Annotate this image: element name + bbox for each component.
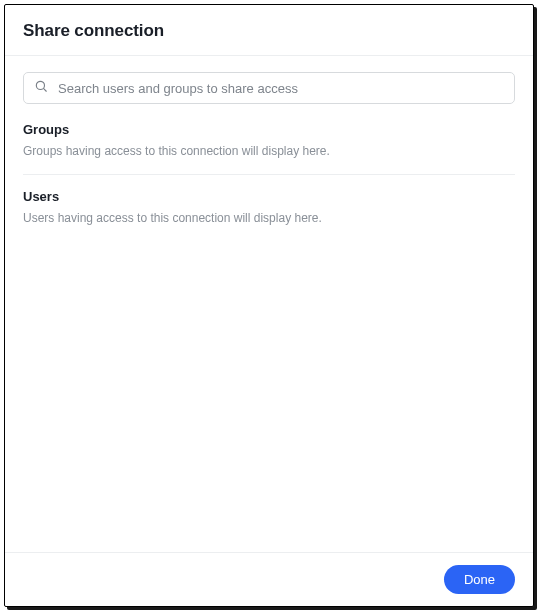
groups-section: Groups Groups having access to this conn… [23,122,515,174]
done-button[interactable]: Done [444,565,515,594]
search-icon [34,79,48,97]
users-section-description: Users having access to this connection w… [23,210,515,227]
search-field-wrapper[interactable] [23,72,515,104]
dialog-title: Share connection [23,21,515,41]
svg-point-0 [36,81,44,89]
groups-section-title: Groups [23,122,515,137]
svg-line-1 [44,89,47,92]
users-section: Users Users having access to this connec… [23,174,515,241]
search-input[interactable] [58,81,504,96]
dialog-footer: Done [5,552,533,606]
users-section-title: Users [23,189,515,204]
dialog-header: Share connection [5,5,533,56]
dialog-content: Groups Groups having access to this conn… [5,56,533,552]
share-connection-dialog: Share connection Groups Groups having ac… [4,4,534,607]
groups-section-description: Groups having access to this connection … [23,143,515,160]
